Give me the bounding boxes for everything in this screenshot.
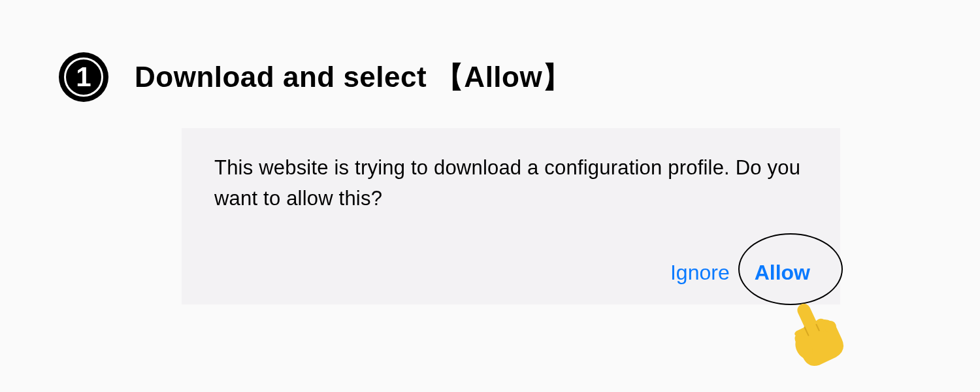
ignore-button[interactable]: Ignore xyxy=(670,261,730,285)
step-header: 1 Download and select 【Allow】 xyxy=(59,52,572,102)
allow-button[interactable]: Allow xyxy=(755,261,810,285)
step-number-badge: 1 xyxy=(59,52,108,102)
download-dialog: This website is trying to download a con… xyxy=(182,128,840,304)
svg-rect-0 xyxy=(795,301,821,336)
svg-point-3 xyxy=(792,334,816,362)
svg-point-1 xyxy=(812,317,830,335)
step-title: Download and select 【Allow】 xyxy=(135,58,572,97)
step-number: 1 xyxy=(76,61,91,93)
dialog-message: This website is trying to download a con… xyxy=(214,153,808,214)
dialog-button-row: Ignore Allow xyxy=(670,261,810,285)
pointer-hand-icon xyxy=(777,295,856,374)
svg-point-2 xyxy=(823,319,838,335)
